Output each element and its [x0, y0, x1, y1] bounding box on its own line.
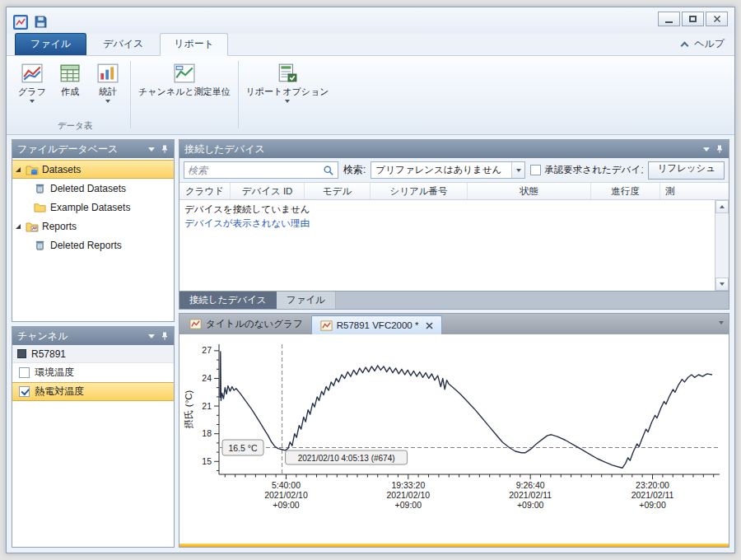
close-tab-icon[interactable]: [426, 322, 433, 329]
vertical-scrollbar[interactable]: [715, 200, 729, 291]
column-header-status[interactable]: 状態: [468, 183, 591, 199]
channels-units-icon: [174, 63, 195, 84]
connected-devices-header: 接続したデバイス: [179, 140, 729, 158]
create-table-button[interactable]: 作成: [51, 59, 89, 120]
trash-icon: [34, 182, 47, 195]
preference-filter-dropdown[interactable]: プリファレンスはありません: [370, 161, 525, 179]
graph-button[interactable]: グラフ: [13, 59, 51, 120]
svg-text:21: 21: [202, 401, 212, 411]
devices-files-tabbar: 接続したデバイス ファイル: [179, 292, 729, 310]
pin-icon[interactable]: [715, 145, 724, 153]
device-search-box[interactable]: [184, 161, 338, 179]
tab-list-dropdown-icon[interactable]: [719, 321, 724, 324]
report-options-button[interactable]: リポートオプション: [242, 59, 333, 120]
main-content: ファイルデータベース Datasets: [7, 135, 734, 553]
search-icon[interactable]: [323, 165, 334, 176]
dropdown-arrow-icon: [105, 100, 110, 103]
document-tabbar: タイトルのないグラフ R57891 VFC2000 *: [179, 314, 729, 334]
column-header-device-id[interactable]: デバイス ID: [231, 183, 305, 199]
checkbox-checked[interactable]: [19, 386, 30, 397]
table-icon: [59, 63, 81, 84]
panel-title: 接続したデバイス: [184, 142, 703, 156]
refresh-button[interactable]: リフレッシュ: [648, 161, 725, 180]
tree-item-deleted-reports[interactable]: Deleted Reports: [12, 236, 174, 254]
channel-item-thermocouple[interactable]: 熱電対温度: [12, 382, 174, 401]
trash-icon: [34, 239, 47, 252]
dropdown-arrow-icon: [516, 169, 521, 172]
panel-menu-icon[interactable]: [148, 334, 155, 338]
column-header-measure[interactable]: 測: [660, 183, 729, 199]
column-header-serial[interactable]: シリアル番号: [370, 183, 468, 199]
channel-item-ambient[interactable]: 環境温度: [12, 363, 174, 382]
why-devices-hidden-link[interactable]: デバイスが表示されない理由: [184, 217, 710, 230]
close-button[interactable]: [706, 12, 728, 26]
help-button[interactable]: ヘルプ: [694, 37, 725, 51]
tab-file[interactable]: ファイル: [15, 33, 86, 55]
chart-canvas[interactable]: 15182124275:40:002021/02/10+09:0019:33:2…: [181, 336, 731, 537]
maximize-button[interactable]: [682, 12, 704, 26]
dropdown-arrow-icon: [30, 100, 35, 103]
app-icon: [13, 15, 28, 30]
svg-text:2021/02/11: 2021/02/11: [631, 490, 674, 500]
search-input[interactable]: [188, 165, 323, 176]
svg-text:+09:00: +09:00: [395, 500, 422, 510]
svg-text:15: 15: [202, 456, 212, 466]
svg-text:18: 18: [202, 428, 212, 438]
channel-device-row[interactable]: R57891: [12, 345, 174, 363]
tab-r57891-vfc2000[interactable]: R57891 VFC2000 *: [311, 315, 443, 334]
dropdown-selected-value: プリファレンスはありません: [371, 164, 511, 176]
tab-label: ファイル: [287, 294, 325, 306]
column-header-cloud[interactable]: クラウド: [179, 183, 231, 199]
svg-text:9:26:40: 9:26:40: [516, 480, 545, 490]
expander-icon[interactable]: [16, 167, 21, 172]
expander-icon[interactable]: [16, 224, 21, 229]
scroll-down-button[interactable]: [715, 278, 729, 291]
ribbon-tab-bar: ファイル デバイス リポート ヘルプ: [7, 34, 734, 56]
checkbox-unchecked[interactable]: [19, 367, 30, 378]
connected-devices-panel: 接続したデバイス 検索: プリファレンスはありません: [179, 139, 729, 292]
approval-filter: 承認要求されたデバイスだけを表: [530, 164, 643, 176]
main-area: 接続したデバイス 検索: プリファレンスはありません: [179, 139, 729, 548]
ribbon-group-label: データ表: [54, 120, 96, 132]
tree-item-deleted-datasets[interactable]: Deleted Datasets: [12, 179, 174, 198]
statistics-button[interactable]: 統計: [89, 59, 127, 120]
tree-item-label: Example Datasets: [50, 202, 130, 213]
channels-units-button[interactable]: チャンネルと測定単位: [134, 59, 235, 120]
channels-header: チャンネル: [12, 327, 174, 345]
approval-checkbox[interactable]: [530, 165, 541, 175]
tab-connected-devices[interactable]: 接続したデバイス: [179, 292, 277, 309]
pin-icon[interactable]: [161, 332, 169, 340]
save-icon[interactable]: [34, 15, 49, 30]
dropdown-button[interactable]: [511, 162, 524, 178]
svg-text:19:33:20: 19:33:20: [391, 480, 425, 490]
svg-text:+09:00: +09:00: [517, 500, 544, 510]
tab-files[interactable]: ファイル: [277, 292, 336, 309]
empty-message: デバイスを接続していません: [184, 203, 710, 216]
pin-icon[interactable]: [161, 145, 169, 153]
temperature-chart[interactable]: 15182124275:40:002021/02/10+09:0019:33:2…: [179, 334, 729, 544]
close-icon: [713, 15, 721, 23]
title-bar: [7, 7, 734, 34]
tab-untitled-graph[interactable]: タイトルのないグラフ: [181, 314, 311, 334]
left-sidebar: ファイルデータベース Datasets: [12, 139, 175, 548]
tab-device[interactable]: デバイス: [90, 34, 156, 55]
tab-report[interactable]: リポート: [160, 33, 228, 56]
minimize-button[interactable]: [658, 12, 680, 26]
column-header-progress[interactable]: 進行度: [591, 183, 660, 199]
tree-item-datasets[interactable]: Datasets: [12, 160, 174, 179]
scroll-up-button[interactable]: [715, 200, 729, 213]
svg-text:23:20:00: 23:20:00: [636, 480, 669, 490]
window-controls: [658, 12, 728, 26]
folder-icon: [34, 201, 47, 214]
graph-doc-icon: [320, 320, 333, 332]
graph-doc-icon: [189, 318, 202, 330]
tree-item-reports[interactable]: Reports: [12, 217, 174, 236]
tree-item-example-datasets[interactable]: Example Datasets: [12, 198, 174, 217]
devices-toolbar: 検索: プリファレンスはありません 承認要求されたデバイスだけを表 リフレッシュ: [179, 158, 729, 183]
panel-menu-icon[interactable]: [148, 147, 155, 152]
svg-text:27: 27: [202, 345, 212, 355]
panel-menu-icon[interactable]: [703, 147, 710, 152]
collapse-ribbon-icon[interactable]: [681, 41, 689, 49]
svg-text:24: 24: [202, 373, 212, 383]
column-header-model[interactable]: モデル: [305, 183, 370, 199]
